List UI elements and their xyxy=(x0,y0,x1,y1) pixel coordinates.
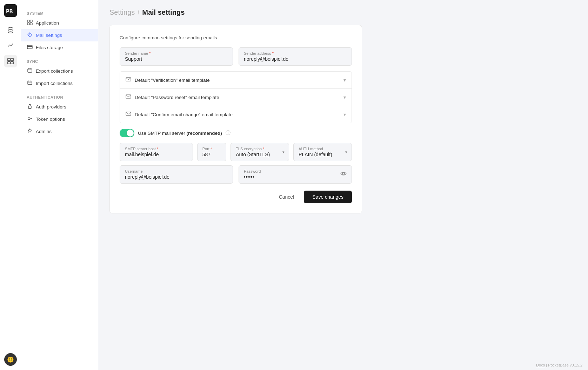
sidebar-export-label: Export collections xyxy=(36,68,73,74)
svg-rect-13 xyxy=(27,45,32,49)
smtp-username-group: Username xyxy=(120,165,233,184)
settings-card: Configure common settings for sending em… xyxy=(109,25,362,213)
smtp-tls-field[interactable]: TLS encryption * Auto (StartTLS) TLS Non… xyxy=(230,143,289,161)
rail-icon-database[interactable] xyxy=(4,24,17,37)
svg-rect-23 xyxy=(28,106,31,108)
smtp-tls-inner: TLS encryption * Auto (StartTLS) TLS Non… xyxy=(236,147,284,157)
accordion-email-icon xyxy=(126,77,131,84)
smtp-auth-inner: AUTH method PLAIN (default) LOGIN CRAM-M… xyxy=(299,147,347,157)
smtp-username-input[interactable] xyxy=(125,174,228,180)
smtp-host-input[interactable] xyxy=(125,152,188,157)
smtp-password-inner: Password xyxy=(244,169,338,180)
app-logo[interactable]: PB xyxy=(4,4,17,17)
form-footer: Cancel Save changes xyxy=(120,191,352,203)
page-footer: Docs | PocketBase v0.15.2 xyxy=(530,360,588,370)
docs-link[interactable]: Docs xyxy=(536,363,545,367)
rail-icon-settings[interactable] xyxy=(4,55,17,67)
sidebar-item-admins[interactable]: Admins xyxy=(21,125,98,138)
card-description: Configure common settings for sending em… xyxy=(120,35,352,40)
smtp-username-field[interactable]: Username xyxy=(120,165,233,184)
password-toggle-icon[interactable] xyxy=(340,171,347,178)
sidebar-item-auth-providers[interactable]: Auth providers xyxy=(21,101,98,113)
smtp-password-group: Password xyxy=(239,165,352,184)
svg-rect-8 xyxy=(30,20,32,22)
toggle-thumb xyxy=(127,130,134,137)
sidebar-item-token-options[interactable]: Token options xyxy=(21,113,98,125)
info-icon[interactable]: ⓘ xyxy=(226,130,230,136)
smtp-fields-row1: SMTP server host * Port * xyxy=(120,143,352,161)
save-changes-button[interactable]: Save changes xyxy=(304,191,352,203)
sidebar-item-files-storage[interactable]: Files storage xyxy=(21,41,98,54)
sidebar: System Application Mail settings xyxy=(21,0,98,370)
accordion-left: Default "Verification" email template xyxy=(126,77,210,84)
smtp-port-group: Port * xyxy=(197,143,226,161)
accordion-left-2: Default "Password reset" email template xyxy=(126,94,219,101)
svg-rect-9 xyxy=(27,23,29,25)
email-templates-accordion: Default "Verification" email template ▾ xyxy=(120,71,352,123)
smtp-username-label: Username xyxy=(125,169,228,173)
sender-address-label: Sender address * xyxy=(244,51,347,55)
accordion-chevron-verification: ▾ xyxy=(343,77,346,83)
sender-name-required: * xyxy=(149,51,151,55)
sender-name-field[interactable]: Sender name * xyxy=(120,47,233,66)
user-avatar[interactable]: 🙂 xyxy=(4,353,17,366)
sidebar-item-export-collections[interactable]: Export collections xyxy=(21,65,98,77)
smtp-tls-select[interactable]: Auto (StartTLS) TLS None xyxy=(236,152,284,157)
smtp-tls-group: TLS encryption * Auto (StartTLS) TLS Non… xyxy=(230,143,289,161)
accordion-item-confirm-change: Default "Confirm email change" email tem… xyxy=(120,106,352,123)
token-icon xyxy=(27,116,33,123)
svg-point-24 xyxy=(28,118,30,120)
sync-section-label: Sync xyxy=(21,57,98,65)
smtp-password-field[interactable]: Password xyxy=(239,165,352,184)
sidebar-item-mail-settings[interactable]: Mail settings xyxy=(21,29,98,41)
sidebar-admins-label: Admins xyxy=(36,129,52,134)
mail-settings-icon xyxy=(27,32,33,39)
cancel-button[interactable]: Cancel xyxy=(273,191,300,203)
svg-point-30 xyxy=(342,173,345,175)
smtp-password-input[interactable] xyxy=(244,174,338,180)
accordion-left-3: Default "Confirm email change" email tem… xyxy=(126,111,233,118)
accordion-item-verification: Default "Verification" email template ▾ xyxy=(120,72,352,89)
files-storage-icon xyxy=(27,44,33,51)
accordion-confirm-change-label: Default "Confirm email change" email tem… xyxy=(135,112,233,117)
smtp-toggle[interactable] xyxy=(120,129,134,137)
toggle-track xyxy=(120,129,134,137)
sender-address-input[interactable] xyxy=(244,56,347,62)
sidebar-item-application[interactable]: Application xyxy=(21,17,98,29)
accordion-header-confirm-change[interactable]: Default "Confirm email change" email tem… xyxy=(120,106,352,123)
accordion-password-reset-label: Default "Password reset" email template xyxy=(135,95,219,100)
svg-rect-15 xyxy=(28,69,32,72)
smtp-host-field[interactable]: SMTP server host * xyxy=(120,143,193,161)
smtp-password-label: Password xyxy=(244,169,338,173)
accordion-header-verification[interactable]: Default "Verification" email template ▾ xyxy=(120,72,352,88)
smtp-auth-field[interactable]: AUTH method PLAIN (default) LOGIN CRAM-M… xyxy=(293,143,352,161)
smtp-tls-label: TLS encryption * xyxy=(236,147,284,151)
smtp-host-label: SMTP server host * xyxy=(125,147,188,151)
icon-rail: PB 🙂 xyxy=(0,0,21,370)
smtp-port-field[interactable]: Port * xyxy=(197,143,226,161)
sender-address-required: * xyxy=(272,51,274,55)
accordion-verification-label: Default "Verification" email template xyxy=(135,78,210,83)
accordion-header-password-reset[interactable]: Default "Password reset" email template … xyxy=(120,89,352,106)
rail-icon-analytics[interactable] xyxy=(4,39,17,52)
sidebar-application-label: Application xyxy=(36,20,59,26)
smtp-auth-label: AUTH method xyxy=(299,147,347,151)
svg-rect-5 xyxy=(8,61,10,64)
sidebar-token-label: Token options xyxy=(36,117,65,122)
smtp-auth-select[interactable]: PLAIN (default) LOGIN CRAM-MD5 xyxy=(299,152,347,157)
breadcrumb-parent[interactable]: Settings xyxy=(109,8,135,16)
smtp-port-input[interactable] xyxy=(202,152,221,157)
auth-section-label: Authentication xyxy=(21,92,98,101)
sidebar-import-label: Import collections xyxy=(36,81,73,86)
sidebar-item-import-collections[interactable]: Import collections xyxy=(21,77,98,90)
smtp-auth-group: AUTH method PLAIN (default) LOGIN CRAM-M… xyxy=(293,143,352,161)
application-icon xyxy=(27,20,33,26)
svg-rect-10 xyxy=(30,23,32,25)
breadcrumb: Settings / Mail settings xyxy=(109,8,577,16)
svg-rect-19 xyxy=(28,81,32,85)
system-section-label: System xyxy=(21,8,98,17)
sender-address-field[interactable]: Sender address * xyxy=(239,47,352,66)
sender-name-input[interactable] xyxy=(125,56,228,62)
smtp-credentials-row: Username Password xyxy=(120,165,352,184)
breadcrumb-separator: / xyxy=(138,9,139,16)
